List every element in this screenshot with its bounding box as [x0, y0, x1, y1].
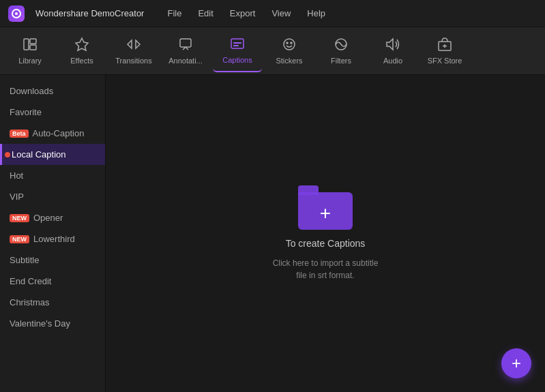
filters-icon: [334, 37, 349, 54]
toolbar-label-captions: Captions: [222, 56, 252, 64]
toolbar-label-filters: Filters: [331, 57, 351, 65]
title-bar: Wondershare DemoCreator FileEditExportVi…: [0, 0, 545, 27]
svg-point-11: [286, 42, 288, 44]
import-zone[interactable]: + To create Captions Click here to impor…: [273, 185, 379, 282]
sidebar-item-subtitle[interactable]: Subtitle: [0, 250, 105, 271]
sidebar-item-hot[interactable]: Hot: [0, 165, 105, 186]
sidebar-label-downloads: Downloads: [10, 86, 53, 96]
toolbar-label-effects: Effects: [70, 57, 93, 65]
sidebar-label-opener: Opener: [33, 213, 63, 223]
stickers-icon: [282, 37, 297, 54]
sidebar-item-end-credit[interactable]: End Credit: [0, 271, 105, 292]
toolbar-audio[interactable]: Audio: [368, 30, 417, 72]
menu-item-file[interactable]: File: [160, 5, 188, 21]
svg-rect-8: [233, 42, 241, 44]
import-title: To create Captions: [286, 238, 366, 249]
notification-dot: [5, 152, 10, 157]
transitions-icon: [126, 37, 141, 54]
toolbar-stickers[interactable]: Stickers: [265, 30, 314, 72]
menu-item-help[interactable]: Help: [300, 5, 332, 21]
toolbar-label-stickers: Stickers: [276, 57, 302, 65]
library-icon: [23, 37, 38, 54]
toolbar-label-library: Library: [18, 57, 42, 65]
main-layout: DownloadsFavoriteBetaAuto-CaptionLocal C…: [0, 75, 545, 392]
toolbar-filters[interactable]: Filters: [316, 30, 366, 72]
sidebar-label-end-credit: End Credit: [10, 276, 51, 286]
sidebar-item-auto-caption[interactable]: BetaAuto-Caption: [0, 123, 105, 144]
sidebar-label-lowerthird: Lowerthird: [33, 234, 75, 244]
toolbar-effects[interactable]: Effects: [57, 30, 106, 72]
sidebar-label-auto-caption: Auto-Caption: [33, 128, 85, 138]
fab-button[interactable]: +: [501, 348, 531, 378]
toolbar-label-annotations: Annotati...: [168, 57, 203, 65]
sidebar-item-local-caption[interactable]: Local Caption: [0, 144, 105, 165]
fab-icon: +: [512, 354, 521, 373]
sidebar-label-subtitle: Subtitle: [10, 255, 39, 265]
toolbar-library[interactable]: Library: [5, 30, 55, 72]
sidebar-item-christmas[interactable]: Christmas: [0, 292, 105, 313]
sfx-store-icon: [437, 37, 452, 54]
badge-new: NEW: [10, 235, 29, 243]
sidebar-label-christmas: Christmas: [10, 297, 50, 307]
sidebar-label-valentines-day: Valentine's Day: [10, 318, 70, 329]
sidebar-item-vip[interactable]: VIP: [0, 186, 105, 207]
captions-icon: [230, 36, 245, 53]
toolbar-annotations[interactable]: Annotati...: [161, 30, 210, 72]
svg-rect-4: [30, 45, 36, 50]
content-area: + To create Captions Click here to impor…: [106, 75, 545, 392]
badge-new: NEW: [10, 214, 29, 222]
sidebar-label-local-caption: Local Caption: [12, 149, 66, 160]
sidebar-label-vip: VIP: [10, 192, 24, 202]
folder-icon: +: [298, 185, 353, 230]
toolbar-label-transitions: Transitions: [115, 57, 151, 65]
app-logo: [8, 5, 25, 22]
effects-icon: [74, 37, 89, 54]
sidebar: DownloadsFavoriteBetaAuto-CaptionLocal C…: [0, 75, 106, 392]
svg-point-12: [291, 42, 292, 44]
menu-item-edit[interactable]: Edit: [191, 5, 220, 21]
sidebar-item-lowerthird[interactable]: NEWLowerthird: [0, 228, 105, 250]
badge-beta: Beta: [10, 130, 29, 138]
sidebar-item-valentines-day[interactable]: Valentine's Day: [0, 313, 105, 334]
sidebar-label-favorite: Favorite: [10, 107, 42, 117]
toolbar-captions[interactable]: Captions: [213, 30, 262, 72]
toolbar-label-audio: Audio: [383, 57, 402, 65]
menu-item-view[interactable]: View: [265, 5, 297, 21]
svg-rect-3: [30, 39, 36, 44]
sidebar-item-downloads[interactable]: Downloads: [0, 80, 105, 102]
svg-rect-2: [24, 39, 29, 50]
svg-point-1: [15, 12, 18, 15]
sidebar-item-favorite[interactable]: Favorite: [0, 102, 105, 123]
annotations-icon: [178, 37, 193, 54]
toolbar-transitions[interactable]: Transitions: [109, 30, 158, 72]
menu-bar: FileEditExportViewHelp: [160, 5, 332, 21]
toolbar-sfx-store[interactable]: SFX Store: [420, 30, 469, 72]
menu-item-export[interactable]: Export: [223, 5, 263, 21]
sidebar-item-opener[interactable]: NEWOpener: [0, 207, 105, 228]
app-name: Wondershare DemoCreator: [35, 8, 144, 18]
svg-marker-5: [76, 38, 88, 50]
toolbar: Library Effects Transitions Annotati... …: [0, 27, 545, 75]
sidebar-label-hot: Hot: [10, 170, 23, 181]
svg-rect-9: [233, 45, 239, 46]
toolbar-label-sfx-store: SFX Store: [428, 57, 462, 65]
svg-point-10: [284, 39, 295, 50]
audio-icon: [385, 37, 400, 54]
import-subtitle: Click here to import a subtitle file in …: [273, 257, 379, 282]
svg-rect-6: [180, 39, 191, 47]
